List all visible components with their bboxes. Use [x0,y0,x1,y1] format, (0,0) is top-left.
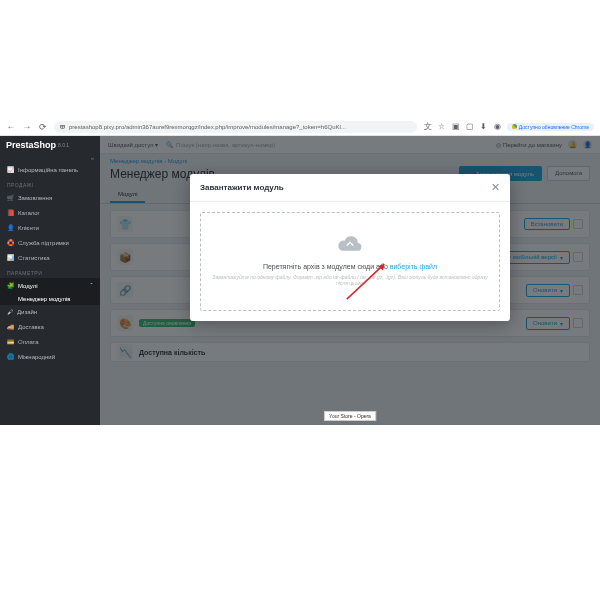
url-bar[interactable]: ⛨ prestashop8.pixy.pro/admin367auref9rex… [54,121,417,133]
gauge-icon: 📈 [7,166,14,173]
chrome-update-pill[interactable]: Доступно обновление Chrome [507,123,594,131]
sidebar-item-support[interactable]: 🛟Служба підтримки [0,235,100,250]
sidebar-section-sales: ПРОДАЖІ [0,177,100,190]
modal-overlay[interactable]: Завантажити модуль ✕ Перетягніть архів з… [100,136,600,425]
translate-icon[interactable]: 文 [423,122,433,132]
url-text: prestashop8.pixy.pro/admin367auref9rexmo… [69,124,346,130]
reload-icon[interactable]: ⟳ [38,122,48,132]
globe-icon: 🌐 [7,353,14,360]
sidebar-item-shipping[interactable]: 🚚Доставка [0,319,100,334]
chevron-up-icon: ˄ [90,282,93,289]
stats-icon: 📊 [7,254,14,261]
modal-title: Завантажити модуль [200,183,284,192]
select-file-link[interactable]: виберіть файл [390,263,437,270]
sidebar-item-international[interactable]: 🌐Міжнародний [0,349,100,364]
card-icon: 💳 [7,338,14,345]
sidebar-subitem-module-manager[interactable]: Менеджер модулів [0,293,100,305]
back-icon[interactable]: ← [6,122,16,132]
main-content: Швидкий доступ ▾ 🔍Пошук (напр.назва, арт… [100,136,600,425]
sidebar: PrestaShop 8.0.1 « 📈Інформаційна панель … [0,136,100,425]
sidebar-item-customers[interactable]: 👤Клієнти [0,220,100,235]
forward-icon[interactable]: → [22,122,32,132]
browser-toolbar: ← → ⟳ ⛨ prestashop8.pixy.pro/admin367aur… [0,118,600,136]
cast-icon[interactable]: ▢ [465,122,475,132]
profile-icon[interactable]: ◉ [493,122,503,132]
sidebar-item-stats[interactable]: 📊Статистика [0,250,100,265]
book-icon: 📕 [7,209,14,216]
user-icon: 👤 [7,224,14,231]
cloud-upload-icon [211,233,489,255]
extension-icon[interactable]: ▣ [451,122,461,132]
chrome-logo-icon [512,124,517,129]
sidebar-item-payment[interactable]: 💳Оплата [0,334,100,349]
sidebar-item-catalog[interactable]: 📕Каталог [0,205,100,220]
star-icon[interactable]: ☆ [437,122,447,132]
window-tooltip: Your Store - Opera [324,411,376,421]
truck-icon: 🚚 [7,323,14,330]
sidebar-item-dashboard[interactable]: 📈Інформаційна панель [0,162,100,177]
collapse-sidebar[interactable]: « [0,154,100,162]
close-icon[interactable]: ✕ [491,181,500,194]
puzzle-icon: 🧩 [7,282,14,289]
upload-module-modal: Завантажити модуль ✕ Перетягніть архів з… [190,174,510,321]
support-icon: 🛟 [7,239,14,246]
sidebar-item-orders[interactable]: 🛒Замовлення [0,190,100,205]
sidebar-section-params: ПАРАМЕТРИ [0,265,100,278]
lock-icon: ⛨ [60,124,66,130]
sidebar-item-design[interactable]: 🖌Дизайн [0,305,100,319]
cart-icon: 🛒 [7,194,14,201]
download-icon[interactable]: ⬇ [479,122,489,132]
paint-icon: 🖌 [7,309,13,315]
upload-dropzone[interactable]: Перетягніть архів з модулем сюди або виб… [200,212,500,311]
brand: PrestaShop 8.0.1 [0,136,100,154]
sidebar-item-modules[interactable]: 🧩Модулі˄ [0,278,100,293]
dropzone-text: Перетягніть архів з модулем сюди або виб… [211,263,489,270]
